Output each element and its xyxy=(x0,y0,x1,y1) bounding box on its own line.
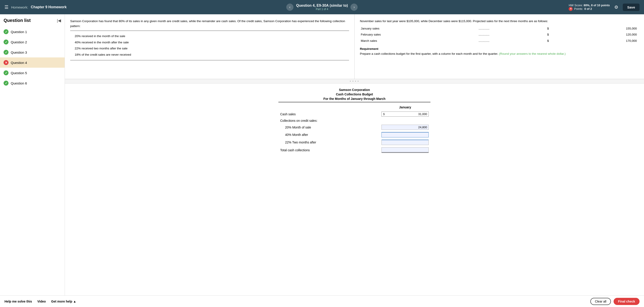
header-left: ☰ Homework: Chapter 9 Homework xyxy=(4,4,67,10)
question-title-sub: Part 1 of 4 xyxy=(296,7,348,11)
sales-table: January sales ............. $ 155,000 Fe… xyxy=(360,25,639,44)
total-input[interactable] xyxy=(383,148,427,151)
status-icon-q2: ✓ xyxy=(4,39,8,44)
problem-right: November sales for last year were $105,0… xyxy=(355,14,644,79)
jan-sales-amount: 155,000 xyxy=(565,25,639,32)
points-x-icon: ✕ xyxy=(569,7,573,11)
40pct-label: 40% Month after xyxy=(278,131,380,139)
get-more-help-container: Get more help ▲ xyxy=(51,300,76,303)
homework-label: Homework: xyxy=(11,5,28,9)
20pct-input-cell xyxy=(380,124,430,131)
sidebar-item-question-3[interactable]: ✓ Question 3 xyxy=(0,47,64,57)
help-me-solve-button[interactable]: Help me solve this xyxy=(4,300,32,303)
header-right: HW Score: 80%, 8 of 10 points ✕ Points: … xyxy=(569,3,640,11)
prev-question-button[interactable]: ‹ xyxy=(286,3,294,11)
sidebar-title: Question list xyxy=(4,18,31,23)
question-6-label: Question 6 xyxy=(11,81,27,85)
cash-sales-input[interactable] xyxy=(386,112,427,116)
hw-score-label: HW Score: xyxy=(569,3,583,7)
budget-20pct-row: 20% Month of sale xyxy=(278,124,430,131)
score-block: HW Score: 80%, 8 of 10 points ✕ Points: … xyxy=(569,3,610,11)
requirement-note: (Round your answers to the nearest whole… xyxy=(499,52,566,55)
jan-sales-dots: ............. xyxy=(478,25,546,32)
hw-score-text: HW Score: 80%, 8 of 10 points xyxy=(569,3,610,7)
budget-total-row: Total cash collections xyxy=(278,146,430,154)
mar-sales-label: March sales xyxy=(360,38,478,44)
final-check-button[interactable]: Final check xyxy=(614,298,640,305)
header-center: ‹ Question 4, E9-30A (similar to) Part 1… xyxy=(286,3,358,11)
mar-sales-dollar: $ xyxy=(546,38,565,44)
question-1-label: Question 1 xyxy=(11,30,27,34)
save-button[interactable]: Save xyxy=(623,3,640,11)
points-label: Points: xyxy=(574,7,583,10)
requirement-label: Requirement xyxy=(360,46,639,51)
points-value: 0 of 2 xyxy=(584,7,592,10)
resize-handle[interactable]: • • • • xyxy=(65,79,644,84)
budget-table: January Cash sales $ xyxy=(278,104,430,154)
budget-40pct-row: 40% Month after xyxy=(278,131,430,139)
clear-all-button[interactable]: Clear all xyxy=(590,298,611,305)
sidebar-item-question-6[interactable]: ✓ Question 6 xyxy=(0,78,64,88)
main-layout: Question list |◀ ✓ Question 1 ✓ Question… xyxy=(0,14,644,295)
table-row: January sales ............. $ 155,000 xyxy=(360,25,639,32)
bottom-right: Clear all Final check xyxy=(590,298,640,305)
question-4-label: Question 4 xyxy=(11,61,27,65)
sidebar-item-question-4[interactable]: ✕ Question 4 xyxy=(0,57,64,68)
right-intro-text: November sales for last year were $105,0… xyxy=(360,19,639,24)
mar-sales-amount: 170,000 xyxy=(565,38,639,44)
collapse-sidebar-button[interactable]: |◀ xyxy=(57,18,61,23)
22pct-input[interactable] xyxy=(383,141,427,144)
sidebar-item-question-1[interactable]: ✓ Question 1 xyxy=(0,26,64,37)
table-row: February sales ............. $ 120,000 xyxy=(360,31,639,38)
get-more-help-arrow: ▲ xyxy=(73,300,76,303)
problem-section: Samson Corporation has found that 80% of… xyxy=(65,14,644,79)
sidebar-item-question-5[interactable]: ✓ Question 5 xyxy=(0,68,64,78)
budget-22pct-row: 22% Two months after xyxy=(278,139,430,146)
status-icon-q1: ✓ xyxy=(4,29,8,34)
collection-item-1: 20% received in the month of the sale xyxy=(70,33,349,39)
sidebar: Question list |◀ ✓ Question 1 ✓ Question… xyxy=(0,14,65,295)
question-3-label: Question 3 xyxy=(11,50,27,54)
collection-list: 20% received in the month of the sale 40… xyxy=(70,33,349,58)
answer-section: Samson Corporation Cash Collections Budg… xyxy=(65,84,644,295)
collections-header-label: Collections on credit sales: xyxy=(278,118,380,124)
budget-company-title: Samson Corporation xyxy=(278,88,430,92)
requirement-text: Prepare a cash collections budget for th… xyxy=(360,51,639,56)
budget-period: For the Months of January through March xyxy=(278,97,430,102)
get-more-help-button[interactable]: Get more help xyxy=(51,300,72,303)
bottom-bar: Help me solve this Video Get more help ▲… xyxy=(0,295,644,307)
next-question-button[interactable]: › xyxy=(350,3,358,11)
video-button[interactable]: Video xyxy=(37,300,46,303)
budget-collections-header-row: Collections on credit sales: xyxy=(278,118,430,124)
collection-item-4: 18% of the credit sales are never receiv… xyxy=(70,52,349,58)
hw-score-value: 80%, 8 of 10 points xyxy=(584,3,610,7)
status-icon-q6: ✓ xyxy=(4,81,8,86)
problem-left: Samson Corporation has found that 80% of… xyxy=(65,14,355,79)
homework-title: Chapter 9 Homework xyxy=(31,5,67,9)
question-title-main: Question 4, E9-30A (similar to) xyxy=(296,3,348,7)
table-row: March sales ............. $ 170,000 xyxy=(360,38,639,44)
status-icon-q5: ✓ xyxy=(4,70,8,75)
sidebar-item-question-2[interactable]: ✓ Question 2 xyxy=(0,37,64,47)
20pct-label: 20% Month of sale xyxy=(278,124,380,131)
20pct-input[interactable] xyxy=(383,126,427,129)
budget-col-jan-header: January xyxy=(380,104,430,110)
question-2-label: Question 2 xyxy=(11,40,27,44)
budget-subtitle: Cash Collections Budget xyxy=(278,92,430,96)
total-label: Total cash collections xyxy=(278,146,380,154)
question-title-block: Question 4, E9-30A (similar to) Part 1 o… xyxy=(296,3,348,11)
budget-header-row: January xyxy=(278,104,430,110)
40pct-input[interactable] xyxy=(383,133,427,137)
feb-sales-label: February sales xyxy=(360,31,478,38)
22pct-input-cell xyxy=(380,139,430,146)
hamburger-icon[interactable]: ☰ xyxy=(4,4,8,10)
problem-intro-text: Samson Corporation has found that 80% of… xyxy=(70,19,349,28)
question-5-label: Question 5 xyxy=(11,71,27,75)
sidebar-header: Question list |◀ xyxy=(0,18,64,26)
jan-sales-label: January sales xyxy=(360,25,478,32)
resize-dots-icon: • • • • xyxy=(350,80,359,83)
status-icon-q3: ✓ xyxy=(4,50,8,55)
content-area: Samson Corporation has found that 80% of… xyxy=(65,14,644,295)
mar-sales-dots: ............. xyxy=(478,38,546,44)
settings-button[interactable]: ⚙ xyxy=(614,4,618,10)
